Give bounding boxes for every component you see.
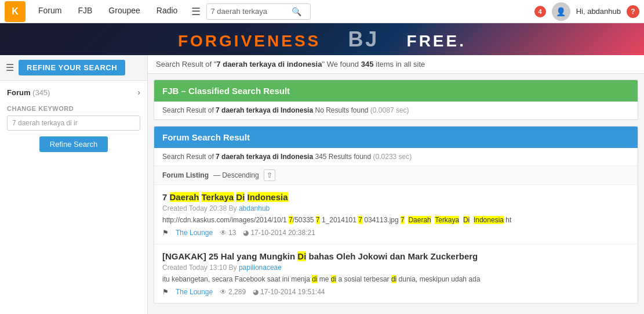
result-snippet-2: itu kebangetan, secara Facebook saat ini… [162,274,630,284]
sidebar: ☰ REFINE YOUR SEARCH Forum (345) › CHANG… [0,55,148,314]
result-meta-1: Created Today 20:38 By abdanhub [162,204,630,212]
result-author-2[interactable]: papilionaceae [239,264,282,272]
banner: FORGIVENESS BJ FREE. [0,23,644,55]
search-count: 345 [361,60,374,68]
nav-fjb[interactable]: FJB [70,0,100,23]
search-result-suffix: " We found [322,60,361,68]
clock-icon-1: ◕ [243,229,249,237]
result-tag-lounge-2[interactable]: The Lounge [176,288,213,296]
help-icon[interactable]: ? [627,5,639,18]
result-tags-2: ⚑ The Lounge 👁 2,289 ◕ 17-10-2014 19:51:… [162,288,630,296]
forum-filter-label: Forum (345) [7,88,50,97]
banner-text: FORGIVENESS BJ FREE. [178,27,466,52]
forum-card-subinfo: Search Result of 7 daerah terkaya di Ind… [154,148,638,166]
keyword-input[interactable] [7,116,140,131]
notification-badge[interactable]: 4 [534,6,546,17]
fjb-card-subinfo: Search Result of 7 daerah terkaya di Ind… [154,102,638,120]
search-input[interactable] [210,7,292,16]
search-query: 7 daerah terkaya di indonesia [216,60,322,68]
search-result-prefix: Search Result of " [156,60,216,68]
result-tags-1: ⚑ The Lounge 👁 13 ◕ 17-10-2014 20:38:21 [162,229,630,237]
forum-listing-separator: — Descending [213,171,259,179]
result-item: 7 Daerah Terkaya Di Indonesia Created To… [154,185,638,244]
forum-listing-label: Forum Listing [162,171,209,179]
forum-listing-bar: Forum Listing — Descending ⇧ [154,166,638,185]
result-title-2: [NGAKAK] 25 Hal yang Mungkin Di bahas Ol… [162,251,630,261]
result-snippet-1: http://cdn.kaskus.com/images/2014/10/1 7… [162,215,630,225]
views-stat-1: 👁 13 [220,229,236,237]
main-layout: ☰ REFINE YOUR SEARCH Forum (345) › CHANG… [0,55,644,314]
eye-icon-1: 👁 [220,229,227,237]
result-tag-lounge-1[interactable]: The Lounge [176,229,213,237]
more-menu-button[interactable]: ☰ [185,0,206,23]
search-bar: 🔍 [206,3,311,20]
datetime-stat-2: ◕ 17-10-2014 19:51:44 [253,288,325,296]
user-greeting: Hi, abdanhub [576,7,621,16]
nav-groupee[interactable]: Groupee [100,0,148,23]
forum-filter-arrow[interactable]: › [137,88,140,97]
forum-filter: Forum (345) › [7,88,140,97]
refine-search-button[interactable]: Refine Search [39,136,108,152]
change-keyword-label: CHANGE KEYWORD [7,105,140,112]
avatar: 👤 [552,2,570,21]
result-author-1[interactable]: abdanhub [239,204,270,212]
eye-icon-2: 👁 [220,288,227,296]
search-result-bar: Search Result of "7 daerah terkaya di in… [148,55,644,74]
result-title-1: 7 Daerah Terkaya Di Indonesia [162,192,630,202]
views-stat-2: 👁 2,289 [220,288,246,296]
content-area: Search Result of "7 daerah terkaya di in… [148,55,644,314]
top-nav: K Forum FJB Groupee Radio ☰ 🔍 4 👤 Hi, ab… [0,0,644,23]
sort-icon[interactable]: ⇧ [264,169,275,181]
sidebar-content: Forum (345) › CHANGE KEYWORD Refine Sear… [0,81,147,159]
forum-card: Forum Search Result Search Result of 7 d… [154,126,638,304]
logo[interactable]: K [5,1,26,22]
search-button[interactable]: 🔍 [292,7,301,16]
forum-card-header: Forum Search Result [154,127,638,148]
result-meta-2: Created Today 13:10 By papilionaceae [162,264,630,272]
sidebar-header: ☰ REFINE YOUR SEARCH [0,55,147,81]
search-items-label: items in all site [373,60,425,68]
nav-forum[interactable]: Forum [30,0,70,23]
datetime-stat-1: ◕ 17-10-2014 20:38:21 [243,229,315,237]
clock-icon-2: ◕ [253,288,259,296]
tag-icon-1: ⚑ [162,229,169,237]
nav-links: Forum FJB Groupee Radio [30,0,185,23]
result-item-2: [NGAKAK] 25 Hal yang Mungkin Di bahas Ol… [154,244,638,303]
nav-radio[interactable]: Radio [148,0,186,23]
sidebar-toggle[interactable]: ☰ [6,62,14,73]
fjb-card-header: FJB – Classified Search Result [154,80,638,102]
refine-search-header-button[interactable]: REFINE YOUR SEARCH [19,60,125,75]
tag-icon-2: ⚑ [162,288,169,296]
fjb-card: FJB – Classified Search Result Search Re… [154,80,638,120]
nav-right: 4 👤 Hi, abdanhub ? [534,2,639,21]
